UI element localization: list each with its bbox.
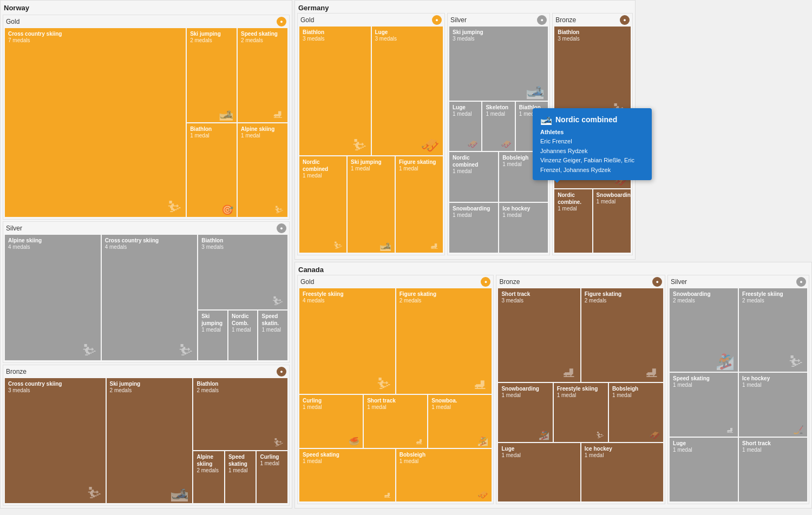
germany-bronze-label: Bronze bbox=[555, 16, 576, 24]
tile-sport: Nordic Comb. bbox=[232, 313, 254, 327]
norway-bronze-tile-2[interactable]: Biathlon 2 medals ⛷ bbox=[193, 378, 287, 450]
germany-gold-tile-0[interactable]: Biathlon 3 medals ⛷ bbox=[299, 27, 371, 155]
canada-gold-tile-4[interactable]: Snowboa. 1 medal 🏂 bbox=[428, 395, 492, 448]
norway-silver-tile-2[interactable]: Biathlon 3 medals ⛷ bbox=[198, 235, 287, 309]
canada-bronze-tile-5[interactable]: Luge 1 medal bbox=[498, 443, 580, 501]
tile-medals: 1 medal bbox=[232, 327, 254, 333]
canada-bronze-label: Bronze bbox=[499, 278, 520, 286]
canada-silver-tile-5[interactable]: Short track 1 medal bbox=[739, 438, 807, 501]
tile-medals: 2 medals bbox=[110, 387, 189, 393]
canada-bronze-tile-6[interactable]: Ice hockey 1 medal bbox=[581, 443, 663, 501]
canada-gold-section: Gold ● Freestyle skiing 4 medals ⛷ Figur… bbox=[297, 275, 494, 504]
canada-gold-tile-6[interactable]: Bobsleigh 1 medal 🛷 bbox=[396, 449, 492, 502]
germany-bronze-tile-1[interactable]: Luge 2 medals 🛷 bbox=[554, 121, 631, 188]
norway-bronze-tile-0[interactable]: Cross country skiing 3 medals ⛷ bbox=[5, 378, 106, 503]
germany-silver-tile-6[interactable]: Snowboarding 1 medal bbox=[449, 203, 498, 253]
germany-bronze-tile-3[interactable]: Snowboarding 1 medal bbox=[593, 189, 631, 253]
canada-gold-icon: ● bbox=[481, 277, 490, 287]
norway-silver-tile-1[interactable]: Cross country skiing 4 medals ⛷ bbox=[102, 235, 198, 360]
fig-skate-icon: ⛸ bbox=[430, 241, 440, 250]
ski-jump-icon: 🎿 bbox=[170, 486, 189, 501]
tile-sport: Cross country skiing bbox=[8, 30, 182, 37]
norway-title: Norway bbox=[3, 3, 290, 13]
canada-bronze-tile-0[interactable]: Short track 3 medals ⛸ bbox=[498, 288, 580, 382]
luge-icon: 🛷 bbox=[421, 138, 440, 153]
norway-silver-tile-5[interactable]: Speed skatin. 1 medal bbox=[258, 311, 287, 360]
norway-gold-label: Gold bbox=[6, 18, 19, 25]
norway-bronze-section: Bronze ● Cross country skiing 3 medals ⛷… bbox=[3, 365, 290, 506]
germany-silver-tile-4[interactable]: Nordic combined 1 medal bbox=[449, 152, 498, 202]
canada-gold-tile-1[interactable]: Figure skating 2 medals ⛸ bbox=[396, 288, 492, 394]
germany-gold-tile-4[interactable]: Figure skating 1 medal ⛸ bbox=[396, 156, 443, 253]
bobsleigh-icon: 🛷 bbox=[477, 491, 488, 499]
canada-silver-tile-1[interactable]: Freestyle skiing 2 medals ⛷ bbox=[739, 288, 807, 372]
tile-medals: 2 medals bbox=[197, 467, 221, 473]
germany-bronze-tile-2[interactable]: Nordic combine. 1 medal bbox=[554, 189, 592, 253]
germany-silver-tile-0[interactable]: Ski jumping 3 medals 🎿 bbox=[449, 27, 548, 101]
norway-bronze-tile-3[interactable]: Alpine skiing 2 medals bbox=[193, 451, 224, 503]
canada-bronze-tile-3[interactable]: Freestyle skiing 1 medal ⛷ bbox=[554, 383, 608, 441]
tile-sport: Speed skatin. bbox=[261, 313, 284, 327]
canada-title: Canada bbox=[297, 265, 809, 275]
canada-silver-tile-0[interactable]: Snowboarding 2 medals 🏂 bbox=[670, 288, 738, 372]
norway-gold-tile-4[interactable]: Alpine skiing 1 medal ⛷ bbox=[238, 123, 287, 217]
biathlon-icon: ⛷ bbox=[352, 138, 368, 153]
tile-sport: Ski jumping bbox=[201, 313, 224, 327]
germany-gold-tile-1[interactable]: Luge 3 medals 🛷 bbox=[372, 27, 443, 155]
canada-gold-label: Gold bbox=[300, 278, 314, 286]
germany-silver-tile-2[interactable]: Skeleton 1 medal 🛷 bbox=[482, 102, 514, 151]
canada-bronze-tile-2[interactable]: Snowboarding 1 medal 🏂 bbox=[498, 383, 552, 441]
tile-sport: Curling bbox=[260, 453, 284, 460]
freestyle-icon: ⛷ bbox=[596, 431, 605, 440]
biathlon-icon: 🎯 bbox=[221, 205, 233, 215]
germany-silver-tile-7[interactable]: Ice hockey 1 medal bbox=[499, 203, 548, 253]
canada-bronze-tile-1[interactable]: Figure skating 2 medals ⛸ bbox=[581, 288, 663, 382]
germany-bronze-tile-0[interactable]: Biathlon 3 medals ⛷ bbox=[554, 27, 631, 120]
tile-medals: 1 medal bbox=[228, 467, 253, 473]
tile-sport: Speed skating bbox=[241, 30, 284, 37]
nordic-icon: ⛷ bbox=[333, 241, 343, 250]
canada-gold-tile-0[interactable]: Freestyle skiing 4 medals ⛷ bbox=[299, 288, 395, 394]
norway-bronze-label: Bronze bbox=[6, 368, 27, 375]
canada-silver-tile-2[interactable]: Speed skating 1 medal ⛸ bbox=[670, 373, 738, 437]
speed-skate-icon: ⛸ bbox=[272, 108, 284, 120]
norway-gold-tile-1[interactable]: Ski jumping 2 medals 🎿 bbox=[187, 28, 237, 122]
canada-gold-tile-2[interactable]: Curling 1 medal 🥌 bbox=[299, 395, 363, 448]
canada-silver-tile-4[interactable]: Luge 1 medal bbox=[670, 438, 738, 501]
freestyle-icon: ⛷ bbox=[789, 354, 804, 369]
germany-title: Germany bbox=[297, 3, 633, 13]
norway-silver-tile-0[interactable]: Alpine skiing 4 medals ⛷ bbox=[5, 235, 101, 360]
freestyle-icon: ⛷ bbox=[377, 377, 392, 392]
germany-silver-icon: ● bbox=[537, 15, 547, 25]
snowboard-icon: 🏂 bbox=[477, 437, 488, 446]
tile-medals: 1 medal bbox=[201, 327, 224, 333]
norway-gold-tile-0[interactable]: Cross country skiing 7 medals ⛷ bbox=[5, 28, 186, 217]
norway-bronze-tile-4[interactable]: Speed skating 1 medal bbox=[225, 451, 256, 503]
tile-sport: Alpine skiing bbox=[241, 126, 284, 133]
norway-gold-section: Gold ● Cross country skiing 7 medals ⛷ S… bbox=[3, 15, 290, 220]
canada-bronze-tile-4[interactable]: Bobsleigh 1 medal 🛷 bbox=[609, 383, 663, 441]
canada-gold-tile-3[interactable]: Short track 1 medal ⛸ bbox=[364, 395, 427, 448]
germany-silver-tile-3[interactable]: Biathlon 1 medal bbox=[516, 102, 548, 151]
germany-gold-tile-2[interactable]: Nordic combined 1 medal ⛷ bbox=[299, 156, 346, 253]
tile-sport: Speed skating bbox=[228, 453, 253, 467]
norway-silver-tile-3[interactable]: Ski jumping 1 medal bbox=[198, 311, 227, 360]
canada-silver-tile-3[interactable]: Ice hockey 1 medal 🏒 bbox=[739, 373, 807, 437]
germany-silver-label: Silver bbox=[450, 16, 467, 24]
tile-sport: Biathlon bbox=[197, 380, 284, 387]
canada-gold-tile-5[interactable]: Speed skating 1 medal ⛸ bbox=[299, 449, 395, 502]
alpine-icon: ⛷ bbox=[82, 343, 97, 358]
alpine-ski-icon: ⛷ bbox=[274, 205, 284, 215]
tile-medals: 2 medals bbox=[241, 37, 284, 43]
page-container: Norway Gold ● Cross country skiing 7 med… bbox=[0, 0, 812, 509]
norway-bronze-tile-5[interactable]: Curling 1 medal bbox=[257, 451, 287, 503]
germany-silver-tile-1[interactable]: Luge 1 medal 🛷 bbox=[449, 102, 481, 151]
snowboard-icon: 🏂 bbox=[539, 431, 549, 440]
norway-gold-tile-3[interactable]: Biathlon 1 medal 🎯 bbox=[187, 123, 237, 217]
norway-bronze-tile-1[interactable]: Ski jumping 2 medals 🎿 bbox=[107, 378, 193, 503]
germany-gold-tile-3[interactable]: Ski jumping 1 medal 🎿 bbox=[348, 156, 395, 253]
norway-silver-tile-4[interactable]: Nordic Comb. 1 medal bbox=[228, 311, 258, 360]
norway-gold-tile-2[interactable]: Speed skating 2 medals ⛸ bbox=[238, 28, 287, 122]
canada-silver-icon: ● bbox=[796, 277, 806, 287]
germany-silver-tile-5[interactable]: Bobsleigh 1 medal bbox=[499, 152, 548, 202]
